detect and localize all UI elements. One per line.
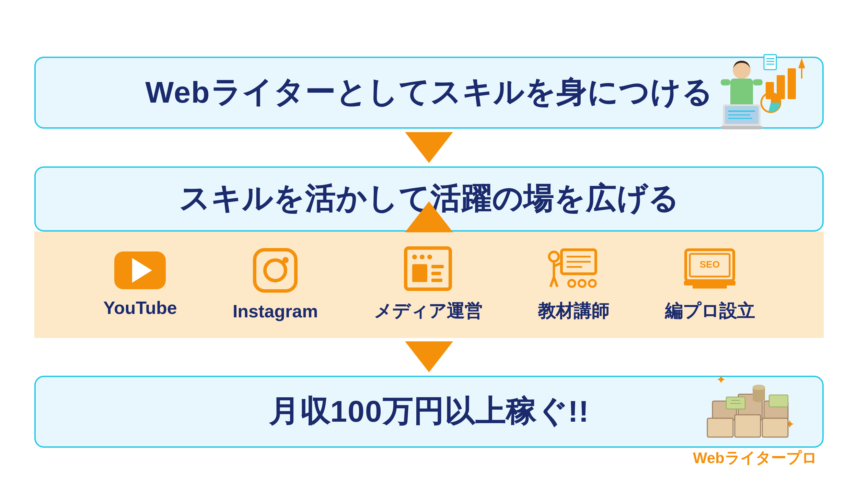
svg-point-25 <box>549 252 559 261</box>
play-icon <box>132 258 152 283</box>
character-illustration <box>712 51 809 130</box>
step4-title: 月収100万円以上稼ぐ!! <box>269 391 589 432</box>
arrow-down-icon <box>405 132 453 163</box>
media-content <box>412 264 444 283</box>
svg-rect-44 <box>707 418 733 437</box>
arrow-down-icon-2 <box>405 341 453 372</box>
svg-point-30 <box>568 280 575 287</box>
svg-marker-4 <box>798 58 805 68</box>
seo-item: SEO 編プロ設立 <box>665 246 755 323</box>
svg-point-32 <box>589 280 596 287</box>
arrow3 <box>34 338 824 376</box>
youtube-label: YouTube <box>103 297 177 318</box>
step1-title: Webライターとしてスキルを身につける <box>145 72 713 113</box>
instagram-label: Instagram <box>233 301 318 321</box>
youtube-item: YouTube <box>103 251 177 318</box>
svg-rect-12 <box>730 79 753 108</box>
svg-text:SEO: SEO <box>699 259 720 270</box>
teacher-label: 教材講師 <box>538 299 609 323</box>
svg-rect-45 <box>735 415 761 437</box>
svg-rect-50 <box>726 397 745 409</box>
svg-point-31 <box>579 280 585 287</box>
svg-rect-3 <box>788 68 796 99</box>
media-image <box>412 264 427 282</box>
step3-box: YouTube Instagram <box>34 232 824 338</box>
svg-rect-13 <box>721 79 730 85</box>
teacher-item: 教材講師 <box>538 246 609 323</box>
main-container: Webライターとしてスキルを身につける <box>34 57 824 448</box>
svg-rect-37 <box>693 285 727 289</box>
line2 <box>431 272 441 275</box>
instagram-item: Instagram <box>233 248 318 321</box>
dot3 <box>427 255 432 259</box>
arrow1 <box>34 129 824 166</box>
media-item: メディア運営 <box>374 246 482 323</box>
line1 <box>431 265 444 268</box>
svg-line-29 <box>554 277 557 287</box>
seo-label: 編プロ設立 <box>665 299 755 323</box>
brand-watermark: Webライタープロ <box>693 448 817 468</box>
svg-rect-5 <box>801 68 802 79</box>
svg-rect-46 <box>762 418 788 437</box>
svg-rect-53 <box>769 395 788 407</box>
media-dots <box>412 255 444 259</box>
teacher-icon <box>548 246 599 291</box>
money-illustration: ✦ ✦ ✦ <box>706 367 802 453</box>
dot2 <box>420 255 425 259</box>
svg-point-49 <box>753 385 765 390</box>
arrow-up-icon <box>405 201 453 232</box>
seo-icon: SEO <box>682 246 737 291</box>
ig-dot <box>282 257 289 263</box>
dot1 <box>412 255 417 259</box>
svg-rect-14 <box>753 79 763 85</box>
step1-box: Webライターとしてスキルを身につける <box>34 57 824 129</box>
step4-box: 月収100万円以上稼ぐ!! ✦ ✦ ✦ <box>34 376 824 448</box>
media-icon <box>404 246 452 291</box>
media-lines <box>431 264 444 283</box>
instagram-icon <box>253 248 298 293</box>
line3 <box>431 279 442 282</box>
svg-rect-6 <box>764 55 776 70</box>
media-label: メディア運営 <box>374 299 482 323</box>
youtube-icon <box>114 251 166 289</box>
svg-rect-36 <box>684 281 735 285</box>
